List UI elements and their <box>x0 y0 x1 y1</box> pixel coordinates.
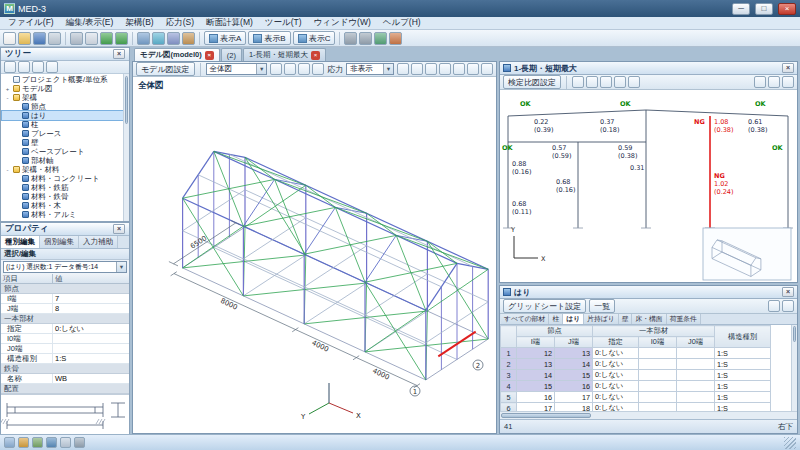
prop-tab[interactable]: 入力補助 <box>79 236 118 248</box>
undo-icon[interactable] <box>100 32 113 45</box>
grid-cell[interactable]: 17 <box>555 392 593 403</box>
grid-cell[interactable]: 15 <box>517 381 555 392</box>
grid-cell[interactable] <box>677 359 715 370</box>
grid-cell[interactable] <box>639 359 677 370</box>
grid-cell[interactable]: 0:しない <box>593 403 639 412</box>
zoom-fit-icon[interactable] <box>600 76 612 88</box>
grid-cell[interactable] <box>677 403 715 412</box>
grid-row-header[interactable]: 5 <box>501 392 517 403</box>
check-canvas[interactable]: OKOKOKOKOKNGNG0.22(0.39)0.37(0.18)0.61(0… <box>500 90 797 282</box>
grid-cell[interactable] <box>639 370 677 381</box>
grid-cell[interactable]: 16 <box>555 381 593 392</box>
prop-row[interactable]: I0端 <box>1 334 129 344</box>
menu-item[interactable]: 架構(B) <box>119 17 159 29</box>
sheet-tab[interactable]: 柱 <box>549 314 563 324</box>
tab-close-icon[interactable]: × <box>205 51 214 60</box>
sheet-tab[interactable]: 床・構面 <box>632 314 666 324</box>
grid-cell[interactable] <box>639 381 677 392</box>
grid-row-header[interactable]: 1 <box>501 348 517 359</box>
model-settings-button[interactable]: モデル図設定 <box>136 62 195 76</box>
camera-icon[interactable] <box>4 437 15 448</box>
grid-cell[interactable]: 14 <box>555 359 593 370</box>
menu-item[interactable]: ヘルプ(H) <box>377 17 427 29</box>
list-icon[interactable] <box>344 32 357 45</box>
section-shape-icon[interactable] <box>312 63 324 75</box>
model-view-icon[interactable] <box>137 32 150 45</box>
grid-cell[interactable]: 0:しない <box>593 381 639 392</box>
rotate-icon[interactable] <box>453 63 465 75</box>
check-settings-button[interactable]: 検定比図設定 <box>503 75 561 89</box>
tree-item[interactable]: -架構 <box>2 93 129 102</box>
grid-column-header[interactable]: 指定 <box>593 337 639 348</box>
prop-row[interactable]: 構造種別1:S <box>1 354 129 364</box>
document-tab[interactable]: (2) <box>221 48 242 61</box>
menu-item[interactable]: ファイル(F) <box>2 17 60 29</box>
filter-icon[interactable] <box>46 61 58 73</box>
graph-icon[interactable] <box>374 32 387 45</box>
grid-column-header[interactable]: J端 <box>555 337 593 348</box>
table-icon[interactable] <box>359 32 372 45</box>
menu-item[interactable]: 応力(S) <box>160 17 200 29</box>
chart-icon[interactable] <box>46 437 57 448</box>
apply-icon[interactable] <box>782 300 794 312</box>
grid-hscrollbar[interactable] <box>500 411 797 419</box>
grid-row-header[interactable]: 6 <box>501 403 517 412</box>
prop-row[interactable]: J端8 <box>1 304 129 314</box>
view-b-button[interactable]: 表示B <box>248 31 290 45</box>
grid-cell[interactable] <box>677 370 715 381</box>
menu-item[interactable]: 編集/表示(E) <box>60 17 120 29</box>
grid-row-header[interactable]: 2 <box>501 359 517 370</box>
maximize-button[interactable]: □ <box>755 3 773 15</box>
close-button[interactable]: × <box>778 3 796 15</box>
tab-close-icon[interactable]: × <box>311 51 320 60</box>
grid-cell[interactable]: 12 <box>517 348 555 359</box>
edit-icon[interactable] <box>768 300 780 312</box>
palette-icon[interactable] <box>18 437 29 448</box>
resize-grip[interactable] <box>784 437 796 449</box>
sheet-tab[interactable]: 片持ばり <box>584 314 619 324</box>
selection-combo[interactable]: (はり) 選択数:1 データ番号:14 ▼ <box>3 261 127 273</box>
layers-icon[interactable] <box>32 437 43 448</box>
tree-scrollbar[interactable] <box>123 74 129 221</box>
tree-expander-icon[interactable]: - <box>4 167 11 173</box>
gear-icon[interactable] <box>74 437 85 448</box>
grid-cell[interactable]: 18 <box>555 403 593 412</box>
print-icon[interactable] <box>628 76 640 88</box>
grid-vscrollbar[interactable] <box>791 325 797 411</box>
wireframe-icon[interactable] <box>270 63 282 75</box>
document-tab[interactable]: 1-長期・短期最大× <box>243 48 326 61</box>
grid-cell[interactable]: 1:S <box>715 348 771 359</box>
grid-column-header[interactable]: I端 <box>517 337 555 348</box>
stress-display-select[interactable]: 非表示 ▼ <box>346 63 394 75</box>
grid-cell[interactable] <box>639 392 677 403</box>
grid-cell[interactable]: 0:しない <box>593 359 639 370</box>
tree-item[interactable]: 柱 <box>2 120 129 129</box>
pan-icon[interactable] <box>439 63 451 75</box>
sheet-tab[interactable]: 壁 <box>619 314 633 324</box>
tree-item[interactable]: ベースプレート <box>2 147 129 156</box>
tree-expander-icon[interactable]: + <box>4 86 11 92</box>
properties-close-icon[interactable]: × <box>113 224 125 234</box>
prop-row[interactable]: I端7 <box>1 294 129 304</box>
prop-row[interactable]: 指定0:しない <box>1 324 129 334</box>
grid-cell[interactable] <box>639 403 677 412</box>
sheet-tab[interactable]: 荷重条件 <box>667 314 701 324</box>
calc-icon[interactable] <box>389 32 402 45</box>
grid-cell[interactable]: 14 <box>517 370 555 381</box>
collapse-all-icon[interactable] <box>18 61 30 73</box>
tree-expander-icon[interactable]: - <box>4 95 11 101</box>
model-canvas[interactable]: 800040004000650012XY 全体図 <box>133 77 496 433</box>
menu-item[interactable]: ウィンドウ(W) <box>308 17 377 29</box>
grid-row-header[interactable]: 3 <box>501 370 517 381</box>
tree-close-icon[interactable]: × <box>113 49 125 59</box>
grid-close-icon[interactable]: × <box>782 287 794 297</box>
grid-cell[interactable]: 0:しない <box>593 370 639 381</box>
grid-row-header[interactable]: 4 <box>501 381 517 392</box>
section-tool-icon[interactable] <box>182 32 195 45</box>
zoom-fit-icon[interactable] <box>397 63 409 75</box>
new-icon[interactable] <box>3 32 16 45</box>
check-close-icon[interactable]: × <box>782 63 794 73</box>
member-color-icon[interactable] <box>298 63 310 75</box>
sheet-tab[interactable]: すべての部材 <box>501 314 549 324</box>
prop-row[interactable]: J0端 <box>1 344 129 354</box>
